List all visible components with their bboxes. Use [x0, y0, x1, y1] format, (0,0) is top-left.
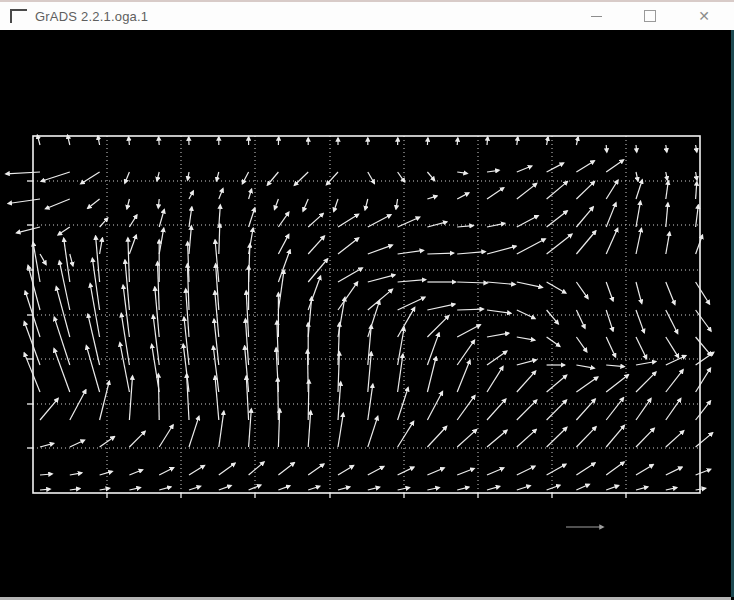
window-controls: ✕ — [569, 2, 731, 30]
grads-graphics-canvas[interactable] — [0, 30, 731, 597]
minimize-button[interactable] — [569, 2, 623, 30]
close-button[interactable]: ✕ — [677, 2, 731, 30]
window-title: GrADS 2.2.1.oga.1 — [35, 9, 148, 24]
title-bar[interactable]: GrADS 2.2.1.oga.1 ✕ — [0, 0, 734, 30]
vector-field-canvas — [0, 30, 731, 597]
close-icon: ✕ — [698, 9, 710, 23]
grads-window: GrADS 2.2.1.oga.1 ✕ — [0, 0, 734, 600]
maximize-icon — [644, 10, 656, 22]
maximize-button[interactable] — [623, 2, 677, 30]
minimize-icon — [591, 16, 602, 17]
grads-app-icon — [10, 9, 27, 23]
